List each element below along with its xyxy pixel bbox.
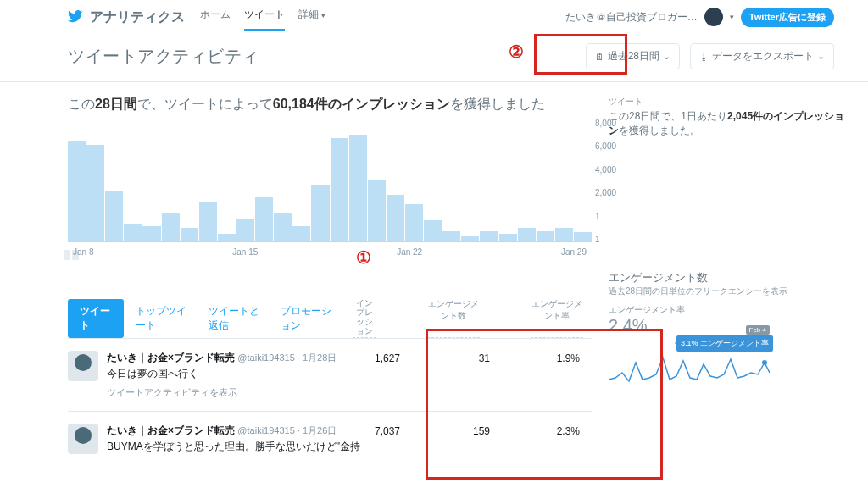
- export-label: データをエクスポート: [712, 49, 814, 64]
- twitter-ads-button[interactable]: Twitter広告に登録: [741, 8, 834, 27]
- tweet-metrics: 1,627 31 1.9%: [363, 351, 592, 399]
- export-button[interactable]: ⭳ データをエクスポート ⌄: [690, 43, 834, 69]
- tab-top-tweets[interactable]: トップツイート: [136, 304, 192, 333]
- nav: ホーム ツイート 詳細: [200, 3, 326, 31]
- bar[interactable]: [349, 135, 367, 241]
- tweet-author: たいき｜お金×ブランド転売: [107, 424, 235, 436]
- bar[interactable]: [331, 138, 348, 241]
- bar[interactable]: [105, 191, 123, 241]
- date-range-button[interactable]: 🗓 過去28日間 ⌄: [586, 43, 680, 69]
- th-engagements: エンゲージメント数: [427, 298, 480, 338]
- avatar: [68, 351, 98, 381]
- download-icon: ⭳: [699, 52, 709, 62]
- tweet-metrics: 7,037 159 2.3%: [363, 424, 592, 454]
- page-header: ツイートアクティビティ 🗓 過去28日間 ⌄ ⭳ データをエクスポート ⌄ ②: [0, 31, 868, 81]
- bar[interactable]: [424, 220, 442, 241]
- bar[interactable]: [574, 232, 592, 241]
- bar[interactable]: [387, 195, 404, 241]
- metric-rate: 1.9%: [542, 352, 580, 364]
- metric-engagements: 31: [453, 352, 490, 364]
- chevron-down-icon: ⌄: [817, 51, 825, 62]
- tab-promoted[interactable]: プロモーション: [281, 304, 337, 333]
- bar[interactable]: [68, 141, 86, 241]
- metric-impressions: 1,627: [363, 352, 400, 364]
- engagement-heading: エンゲージメント数: [609, 270, 849, 286]
- bar[interactable]: [518, 228, 536, 241]
- bar[interactable]: [86, 145, 104, 241]
- x-tick: Jan 29: [561, 247, 587, 257]
- brand-label: アナリティクス: [90, 8, 185, 26]
- impressions-summary: この28日間で、ツイートによって60,184件のインプレッションを獲得しました: [68, 96, 592, 114]
- annotation-label-1: ①: [356, 247, 371, 268]
- avatar: [704, 8, 723, 26]
- svg-point-0: [762, 360, 767, 365]
- side-tweets-label: ツイート: [609, 96, 849, 108]
- bar[interactable]: [405, 204, 423, 241]
- bar[interactable]: [274, 213, 292, 241]
- nav-more[interactable]: 詳細: [298, 3, 326, 31]
- engagement-rate-label: エンゲージメント率: [609, 304, 849, 316]
- tooltip: 3.1% エンゲージメント率: [676, 336, 773, 352]
- engagement-sub: 過去28日間の日単位のフリークエンシーを表示: [609, 286, 849, 297]
- bar[interactable]: [442, 231, 460, 241]
- calendar-icon: 🗓: [595, 52, 604, 62]
- bar[interactable]: [255, 197, 273, 241]
- bar[interactable]: [555, 228, 573, 241]
- user-menu[interactable]: たいき＠自己投資ブロガー… ▾ Twitter広告に登録: [565, 8, 834, 27]
- bar[interactable]: [499, 234, 517, 241]
- bar[interactable]: [368, 180, 386, 241]
- th-impressions: インプレッション: [353, 298, 376, 338]
- metric-engagements: 159: [453, 425, 490, 437]
- metric-impressions: 7,037: [363, 425, 400, 437]
- th-engagement-rate: エンゲージメント率: [531, 298, 583, 338]
- nav-tweets[interactable]: ツイート: [244, 3, 285, 31]
- page-title: ツイートアクティビティ: [68, 45, 259, 68]
- side-impressions-text: この28日間で、1日あたり2,045件のインプレッションを獲得しました。: [609, 109, 849, 138]
- tab-tweets[interactable]: ツイート: [68, 299, 124, 338]
- top-nav: アナリティクス ホーム ツイート 詳細 たいき＠自己投資ブロガー… ▾ Twit…: [0, 0, 868, 29]
- tooltip-date: Feb 4: [746, 325, 770, 335]
- bar[interactable]: [199, 202, 217, 241]
- bar[interactable]: [311, 185, 329, 241]
- nav-home[interactable]: ホーム: [200, 3, 231, 31]
- chevron-down-icon: ⌄: [663, 51, 670, 62]
- bar[interactable]: [236, 219, 254, 241]
- tweet-row[interactable]: たいき｜お金×ブランド転売 @taiki194315 · 1月28日 今日は夢の…: [68, 338, 592, 411]
- impressions-chart: Jan 8 Jan 15 Jan 22 Jan 29 8,000 6,000 4…: [68, 122, 592, 268]
- chevron-down-icon: ▾: [730, 13, 734, 21]
- main-column: この28日間で、ツイートによって60,184件のインプレッションを獲得しました …: [68, 96, 592, 465]
- side-column: ツイート この28日間で、1日あたり2,045件のインプレッションを獲得しました…: [609, 96, 849, 465]
- metric-rate: 2.3%: [542, 425, 580, 437]
- x-tick: Jan 22: [397, 247, 422, 257]
- annotation-label-2: ②: [509, 42, 524, 62]
- tweet-author: たいき｜お金×ブランド転売: [107, 352, 235, 363]
- bar[interactable]: [292, 226, 310, 241]
- table-header: インプレッション エンゲージメント数 エンゲージメント率: [353, 298, 592, 338]
- tweet-row[interactable]: たいき｜お金×ブランド転売 @taiki194315 · 1月26日 BUYMA…: [68, 411, 592, 466]
- tweet-tabs: ツイート トップツイート ツイートと返信 プロモーション インプレッション エン…: [68, 298, 592, 338]
- x-tick: Jan 8: [73, 247, 93, 257]
- twitter-bird-icon: [68, 8, 83, 26]
- bar[interactable]: [461, 236, 479, 241]
- user-name: たいき＠自己投資ブロガー…: [565, 10, 698, 25]
- bar[interactable]: [162, 213, 180, 241]
- bar[interactable]: [480, 231, 498, 241]
- bar[interactable]: [181, 228, 198, 241]
- tweet-text: BUYMAを学ぼうと思った理由。勝手な思いだけど"金持: [107, 440, 363, 454]
- bar[interactable]: [142, 226, 160, 241]
- bar[interactable]: [537, 231, 554, 241]
- date-range-label: 過去28日間: [608, 49, 659, 64]
- x-tick: Jan 15: [232, 247, 258, 257]
- tab-replies[interactable]: ツイートと返信: [209, 304, 265, 333]
- view-activity-link[interactable]: ツイートアクティビティを表示: [107, 386, 363, 399]
- avatar: [68, 424, 98, 454]
- y-axis: 8,000 6,000 4,000 2,000 1 1: [595, 119, 624, 244]
- bar[interactable]: [124, 224, 142, 241]
- tweet-text: 今日は夢の国へ行く: [107, 367, 363, 381]
- engagement-rate-value: 2.4%: [609, 316, 849, 336]
- bar[interactable]: [218, 234, 236, 241]
- engagement-sparkline: Feb 4 3.1% エンゲージメント率: [609, 339, 770, 390]
